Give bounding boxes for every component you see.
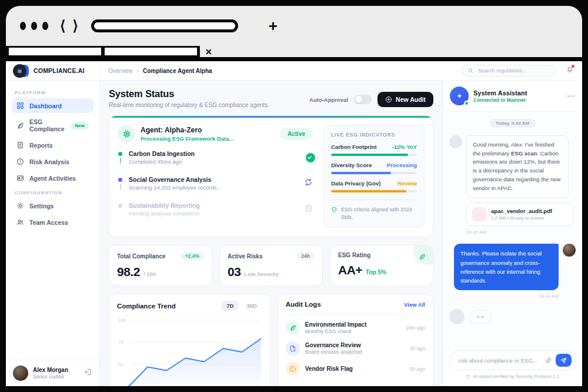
close-tab-icon[interactable]: ✕ [205,48,212,56]
sidebar-item-label: Team Access [29,219,68,226]
sidebar-item-agent-activities[interactable]: Agent Activities [12,171,93,185]
progress-bar [331,190,417,192]
more-options-icon[interactable]: ••• [567,93,575,99]
agent-status-card: Agent: Alpha-Zero Processing ESG Framewo… [109,115,433,237]
new-audit-button[interactable]: New Audit [377,92,433,107]
agent-name: Agent: Alpha-Zero [141,126,233,134]
assistant-name: System Assistant [473,89,527,97]
typing-bubble [469,310,492,324]
sidebar-item-esg-compliance[interactable]: ESG Compliance New [12,115,93,136]
check-circle-icon [306,153,315,162]
attachment-meta: 1.2 MB • Ready to review [491,215,552,221]
typing-indicator [449,309,576,324]
audit-log-row[interactable]: Vendor Risk Flag 5h ago [286,362,425,376]
range-7d-button[interactable]: 7D [221,301,239,311]
audit-logs-title: Audit Logs [286,301,321,308]
page-subtitle: Real-time monitoring of regulatory & ESG… [109,102,269,108]
logout-button[interactable] [84,368,92,378]
auto-approval-toggle[interactable] [354,95,372,104]
chat-input[interactable] [457,357,542,364]
users-icon [16,218,24,226]
sidebar-item-reports[interactable]: Reports [12,138,93,152]
sidebar-user: Alex Morgan Senior Auditor [6,360,99,386]
search-box[interactable] [462,65,556,77]
compliance-trend-card: Compliance Trend 7D 30D 1007550 [109,294,270,386]
breadcrumb-root[interactable]: Overview [108,68,133,74]
leaf-icon [16,122,24,129]
chat-messages: Today, 9:42 AM Good morning, Alex. I've … [443,112,582,345]
user-name: Alex Morgan [33,367,68,373]
notifications-button[interactable] [566,65,574,76]
stat-card-esg-rating: ESG Rating AA+ Top 5% [330,245,433,286]
stat-card-active-risks: Active Risks 24h 03 Low Severity [219,245,323,286]
chart-title: Compliance Trend [117,303,176,310]
sidebar-item-label: Agent Activities [29,175,76,182]
sidebar-item-label: Risk Analysis [29,158,69,165]
message-timestamp: 09:44 AM [449,294,559,299]
assistant-message-avatar [449,309,465,324]
window-minimize-button[interactable] [31,22,37,30]
browser-tab-row: ✕ [6,46,582,57]
avatar [13,366,28,381]
browser-tab-2[interactable] [105,48,197,55]
assistant-bubble: Good morning, Alex. I've finished the pr… [466,135,569,198]
sidebar-item-label: Dashboard [29,102,62,109]
clock-icon [305,204,315,215]
window-maximize-button[interactable] [42,22,48,30]
browser-forward-icon[interactable]: ⟩ [72,19,78,33]
send-button[interactable] [556,354,572,367]
browser-back-icon[interactable]: ⟨ [60,19,65,33]
leaf-icon [286,321,300,335]
logo: ▦ COMPLIANCE.AI [6,61,99,81]
audit-log-row[interactable]: Governance Review Board minutes analyzed… [286,341,425,356]
attachment-name: apac_vendor_audit.pdf [491,208,552,214]
grid-icon [16,102,24,109]
sidebar-item-settings[interactable]: Settings [12,198,93,213]
browser-tab-1[interactable] [9,48,101,55]
sidebar-item-label: Settings [29,202,54,210]
stat-card-total-compliance: Total Compliance +2.4% 98.2 / 100 [109,245,212,286]
esg-footnote: ESG criteria aligned with 2024 Stds. [331,206,417,221]
sidebar-item-label: ESG Compliance [29,118,66,132]
agent-activity: Processing ESG Framework Data... [141,135,233,142]
browser-chrome: ⟨ ⟩ + [6,6,582,46]
range-30d-button[interactable]: 30D [241,301,262,311]
audit-logs-card: Audit Logs View All Environmental Impact… [278,294,433,386]
trend-line-chart: 1007550 [117,314,262,386]
new-tab-icon[interactable]: + [269,18,278,34]
url-bar[interactable] [91,19,238,32]
user-role: Senior Auditor [33,374,68,380]
shield-icon [466,374,470,379]
view-all-link[interactable]: View All [404,301,425,308]
attach-button[interactable] [545,357,552,364]
window-close-button[interactable] [20,22,26,30]
send-icon [560,357,567,364]
sparkle-icon [456,92,463,100]
search-input[interactable] [477,67,550,74]
agent-task-timeline: Carbon Data Ingestion Completed 45ms ago [118,150,315,220]
indicator-row: Data Privacy (Gov) Review [331,180,417,192]
stat-value: 03 [228,265,240,279]
breadcrumb-separator: › [137,68,139,74]
attachment-card[interactable]: apac_vendor_audit.pdf 1.2 MB • Ready to … [466,202,573,226]
document-icon [16,141,24,149]
agent-cpu-icon [118,125,135,142]
progress-bar [331,172,417,174]
page-title: System Status [109,88,269,99]
sidebar-item-risk-analysis[interactable]: Risk Analysis [12,154,93,169]
sidebar-nav: PLATFORM Dashboard ESG Compliance New Re… [6,81,99,360]
sidebar-item-dashboard[interactable]: Dashboard [12,98,93,113]
search-icon [467,68,473,74]
app-window: ▦ COMPLIANCE.AI PLATFORM Dashboard ESG C… [6,61,582,386]
audit-log-row[interactable]: Environmental Impact Monthly ESG check 1… [286,321,425,335]
sidebar-item-team-access[interactable]: Team Access [12,215,93,230]
section-label-configuration: CONFIGURATION [15,190,91,195]
main-content: System Status Real-time monitoring of re… [100,81,442,386]
security-footnote: AI output verified by Security Protocol … [449,370,576,384]
screen: ⟨ ⟩ + ✕ ▦ COMPLIANCE.AI PLATFORM [0,0,588,392]
pdf-file-icon [472,207,486,221]
progress-bar [331,154,417,156]
alert-circle-icon [16,158,24,165]
breadcrumb-current: Compliance Agent Alpha [143,68,212,74]
svg-text:100: 100 [118,318,126,323]
